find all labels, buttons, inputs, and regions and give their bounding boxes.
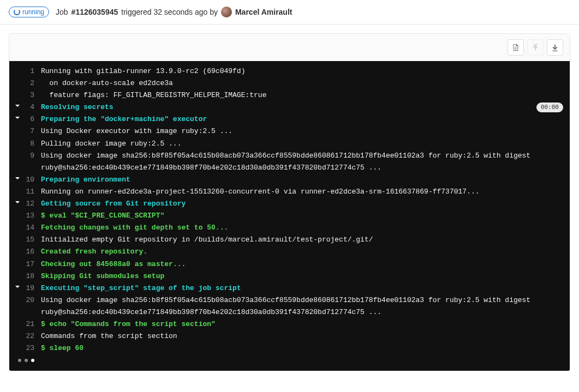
line-number[interactable]: 3	[22, 89, 41, 101]
log-section-header: 19Executing "step_script" stage of the j…	[9, 282, 570, 294]
log-toolbar	[9, 34, 570, 61]
line-number[interactable]: 19	[22, 282, 41, 294]
line-number[interactable]: 8	[22, 138, 41, 150]
log-section-header: 4Resolving secrets00:00	[9, 101, 570, 113]
line-number[interactable]: 6	[22, 113, 41, 125]
log-line-content: Fetching changes with git depth set to 5…	[41, 222, 563, 234]
log-line: 20Using docker image sha256:b8f85f05a4c6…	[9, 294, 570, 318]
job-prefix: Job	[56, 8, 68, 16]
username[interactable]: Marcel Amirault	[235, 8, 293, 16]
loading-indicator	[9, 354, 570, 364]
collapse-chevron-icon[interactable]	[13, 101, 22, 113]
status-badge[interactable]: running	[9, 7, 49, 17]
log-line-content: on docker-auto-scale ed2dce3a	[41, 77, 563, 89]
log-line-content: Running on runner-ed2dce3a-project-15513…	[41, 186, 563, 198]
log-section-header: 10Preparing environment	[9, 174, 570, 186]
log-line-content: Commands from the script section	[41, 330, 563, 342]
scroll-bottom-button[interactable]	[547, 39, 563, 56]
log-section-header: 6Preparing the "docker+machine" executor	[9, 113, 570, 125]
log-line-content[interactable]: Preparing environment	[41, 174, 563, 186]
line-number[interactable]: 23	[22, 342, 41, 354]
line-number[interactable]: 13	[22, 210, 41, 222]
log-line-content: Checking out 845688a0 as master...	[41, 258, 563, 270]
log-body[interactable]: 1Running with gitlab-runner 13.9.0-rc2 (…	[9, 61, 570, 371]
log-line: 3 feature flags: FF_GITLAB_REGISTRY_HELP…	[9, 89, 570, 101]
log-line: 15Initialized empty Git repository in /b…	[9, 234, 570, 246]
line-number[interactable]: 11	[22, 186, 41, 198]
line-number[interactable]: 17	[22, 258, 41, 270]
log-line: 1Running with gitlab-runner 13.9.0-rc2 (…	[9, 65, 570, 77]
log-line: 11Running on runner-ed2dce3a-project-155…	[9, 186, 570, 198]
section-duration: 00:00	[536, 102, 563, 112]
log-line-content: feature flags: FF_GITLAB_REGISTRY_HELPER…	[41, 89, 563, 101]
running-spinner-icon	[14, 9, 20, 15]
log-wrapper: 1Running with gitlab-runner 13.9.0-rc2 (…	[9, 33, 570, 371]
log-line: 23$ sleep 60	[9, 342, 570, 354]
collapse-chevron-icon[interactable]	[13, 174, 22, 186]
header-text: Job #1126035945 triggered 32 seconds ago…	[56, 7, 292, 17]
log-line-content: Initialized empty Git repository in /bui…	[41, 234, 563, 246]
line-number[interactable]: 9	[22, 150, 41, 162]
log-section-header: 12Getting source from Git repository	[9, 198, 570, 210]
log-line: 21$ echo "Commands from the script secti…	[9, 318, 570, 330]
collapse-chevron-icon[interactable]	[13, 198, 22, 210]
log-line-content: Pulling docker image ruby:2.5 ...	[41, 138, 563, 150]
job-header: running Job #1126035945 triggered 32 sec…	[0, 0, 579, 25]
line-number[interactable]: 15	[22, 234, 41, 246]
log-line: 8Pulling docker image ruby:2.5 ...	[9, 138, 570, 150]
log-line: 13$ eval "$CI_PRE_CLONE_SCRIPT"	[9, 210, 570, 222]
log-line: 16Created fresh repository.	[9, 246, 570, 258]
avatar[interactable]	[221, 7, 232, 17]
log-line: 7Using Docker executor with image ruby:2…	[9, 125, 570, 137]
line-number[interactable]: 20	[22, 294, 41, 306]
arrow-up-icon	[532, 44, 539, 51]
log-line-content: Using docker image sha256:b8f85f05a4c615…	[41, 294, 563, 318]
show-raw-log-button[interactable]	[508, 39, 524, 56]
scroll-top-button[interactable]	[527, 39, 544, 56]
line-number[interactable]: 22	[22, 330, 41, 342]
log-line-content: $ echo "Commands from the script section…	[41, 318, 563, 330]
collapse-chevron-icon[interactable]	[13, 113, 22, 125]
log-line-content: $ sleep 60	[41, 342, 563, 354]
arrow-down-icon	[551, 44, 559, 51]
log-line-content[interactable]: Resolving secrets	[41, 101, 536, 113]
log-line-content: Using docker image sha256:b8f85f05a4c615…	[41, 150, 563, 174]
collapse-chevron-icon[interactable]	[13, 282, 22, 294]
log-line: 18Skipping Git submodules setup	[9, 270, 570, 282]
line-number[interactable]: 18	[22, 270, 41, 282]
log-line-content: Using Docker executor with image ruby:2.…	[41, 125, 563, 137]
log-line-content: Skipping Git submodules setup	[41, 270, 563, 282]
line-number[interactable]: 10	[22, 174, 41, 186]
line-number[interactable]: 2	[22, 77, 41, 89]
line-number[interactable]: 12	[22, 198, 41, 210]
line-number[interactable]: 14	[22, 222, 41, 234]
line-number[interactable]: 4	[22, 101, 41, 113]
log-line: 14Fetching changes with git depth set to…	[9, 222, 570, 234]
log-line-content[interactable]: Getting source from Git repository	[41, 198, 563, 210]
line-number[interactable]: 16	[22, 246, 41, 258]
log-line-content[interactable]: Executing "step_script" stage of the job…	[41, 282, 563, 294]
line-number[interactable]: 1	[22, 65, 41, 77]
status-label: running	[22, 8, 44, 16]
job-id: #1126035945	[71, 8, 118, 16]
log-line: 22Commands from the script section	[9, 330, 570, 342]
log-line-content: Running with gitlab-runner 13.9.0-rc2 (6…	[41, 65, 563, 77]
log-line-content: Created fresh repository.	[41, 246, 563, 258]
log-line: 9Using docker image sha256:b8f85f05a4c61…	[9, 150, 570, 174]
log-line-content: $ eval "$CI_PRE_CLONE_SCRIPT"	[41, 210, 563, 222]
log-line: 2 on docker-auto-scale ed2dce3a	[9, 77, 570, 89]
document-icon	[512, 44, 520, 51]
line-number[interactable]: 7	[22, 125, 41, 137]
line-number[interactable]: 21	[22, 318, 41, 330]
triggered-text: triggered 32 seconds ago by	[121, 8, 218, 16]
log-line: 17Checking out 845688a0 as master...	[9, 258, 570, 270]
log-line-content[interactable]: Preparing the "docker+machine" executor	[41, 113, 563, 125]
